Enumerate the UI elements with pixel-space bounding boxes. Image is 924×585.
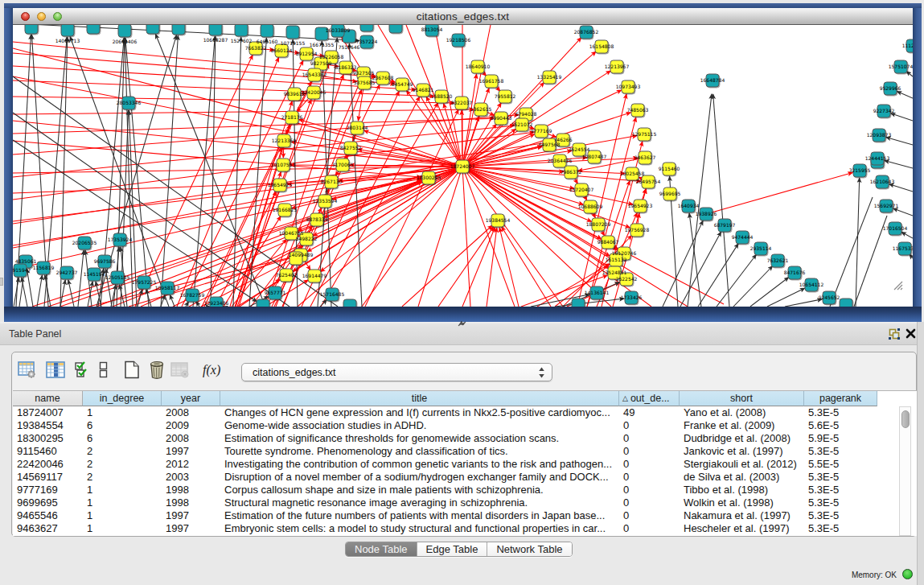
graph-edge[interactable] <box>785 299 822 307</box>
table-vertical-scrollbar[interactable] <box>899 406 911 536</box>
graph-edge[interactable] <box>856 178 860 307</box>
select-rows-icon[interactable] <box>75 360 88 379</box>
graph-node[interactable] <box>389 25 402 33</box>
column-header-name[interactable]: name <box>13 391 83 406</box>
graph-edge-directed[interactable] <box>462 167 625 174</box>
graph-node[interactable] <box>286 26 299 39</box>
column-header-short[interactable]: short <box>680 391 804 406</box>
graph-edge[interactable] <box>885 160 913 168</box>
graph-edge-directed[interactable] <box>462 74 477 167</box>
graph-node[interactable] <box>257 299 269 307</box>
column-header-year[interactable]: year <box>162 391 220 406</box>
graph-edge[interactable] <box>717 254 757 307</box>
graph-node[interactable] <box>572 299 585 307</box>
graph-node[interactable] <box>118 25 131 37</box>
table-row[interactable]: 969969511998Structural magnetic resonanc… <box>13 496 877 509</box>
graph-edge[interactable] <box>13 113 290 307</box>
graph-edge[interactable] <box>78 250 84 307</box>
graph-edge[interactable] <box>698 244 738 307</box>
graph-edge[interactable] <box>22 278 27 307</box>
cell-out_de: 49 <box>623 406 677 419</box>
memory-status-indicator[interactable] <box>902 569 913 579</box>
network-window-titlebar[interactable]: citations_edges.txt <box>13 8 913 25</box>
table-row[interactable]: 1872400712008Changes of HCN gene express… <box>13 406 877 419</box>
graph-edge-directed[interactable] <box>487 228 497 307</box>
graph-edge[interactable] <box>830 197 873 307</box>
graph-node[interactable] <box>87 25 100 34</box>
graph-node[interactable] <box>261 25 273 37</box>
graph-node[interactable] <box>360 25 373 31</box>
graph-edge[interactable] <box>680 232 721 307</box>
graph-edge[interactable] <box>320 299 327 307</box>
graph-edge[interactable] <box>663 220 703 307</box>
table-selector-dropdown[interactable]: citations_edges.txt <box>241 363 552 381</box>
column-header-in_degree[interactable]: in_degree <box>83 391 162 406</box>
graph-node[interactable] <box>146 25 159 34</box>
table-row[interactable]: 1938455462009Genome-wide association stu… <box>13 419 877 432</box>
resize-grip-icon[interactable] <box>893 280 903 290</box>
table-row[interactable]: 977716911998Corpus callosum shape and si… <box>13 484 877 496</box>
table-row[interactable]: 1830029562008Estimation of significance … <box>13 432 877 445</box>
graph-node[interactable] <box>235 25 248 36</box>
graph-edge-directed[interactable] <box>13 167 462 270</box>
network-view[interactable]: 1405571320691406106532871527602646616010… <box>13 25 913 307</box>
graph-edge[interactable] <box>889 184 913 192</box>
graph-edge-directed[interactable] <box>462 167 470 307</box>
graph-edge[interactable] <box>891 113 914 121</box>
graph-edge[interactable] <box>733 266 773 307</box>
graph-edge[interactable] <box>750 278 789 307</box>
function-builder-icon[interactable]: f(x) <box>203 363 220 377</box>
table-row[interactable]: 911546021997Tourette syndrome. Phenomeno… <box>13 445 877 458</box>
graph-edge[interactable] <box>906 72 913 76</box>
graph-edge-directed[interactable] <box>13 109 474 114</box>
graph-edge-directed[interactable] <box>13 115 519 154</box>
scrollbar-thumb[interactable] <box>901 410 910 428</box>
merge-rows-icon[interactable] <box>99 360 108 379</box>
table-row[interactable]: 946362711997Embryonic stem cells: a mode… <box>13 522 877 535</box>
table-row[interactable]: 946554611997Estimation of the future num… <box>13 509 877 522</box>
graph-edge[interactable] <box>186 302 189 307</box>
column-header-out_de[interactable]: △out_de... <box>619 391 680 406</box>
cell-short: Hescheler et al. (1997) <box>684 522 802 535</box>
graph-edge-directed[interactable] <box>13 97 454 103</box>
graph-edge[interactable] <box>88 282 92 307</box>
graph-edge[interactable] <box>713 94 729 307</box>
float-panel-icon[interactable] <box>889 328 900 340</box>
tab-node-table[interactable]: Node Table <box>346 542 417 556</box>
splitpane-nub[interactable] <box>0 278 3 286</box>
graph-edge-directed[interactable] <box>706 172 852 214</box>
graph-edge-directed[interactable] <box>462 227 495 307</box>
select-column-icon[interactable] <box>46 360 66 379</box>
graph-node[interactable] <box>343 299 356 307</box>
tab-edge-table[interactable]: Edge Table <box>417 542 487 556</box>
delete-table-icon[interactable] <box>149 360 165 379</box>
table-row[interactable]: 1456911722003Disruption of a novel membe… <box>13 471 877 484</box>
graph-edge-directed[interactable] <box>204 70 318 307</box>
graph-edge[interactable] <box>37 275 43 307</box>
graph-edge[interactable] <box>170 295 175 307</box>
graph-node[interactable] <box>840 299 852 307</box>
graph-edge[interactable] <box>901 232 913 238</box>
tab-network-table[interactable]: Network Table <box>487 542 571 556</box>
new-table-icon[interactable] <box>124 360 140 379</box>
graph-edge-directed[interactable] <box>462 167 641 181</box>
table-settings-icon[interactable] <box>18 360 36 379</box>
graph-edge[interactable] <box>138 290 142 307</box>
graph-node[interactable] <box>61 25 74 36</box>
graph-edge[interactable] <box>27 269 33 307</box>
column-header-pagerank[interactable]: pagerank <box>804 391 877 406</box>
graph-edge[interactable] <box>893 208 914 216</box>
table-row[interactable]: 2242004622012Investigating the contribut… <box>13 458 877 471</box>
graph-edge-directed[interactable] <box>462 129 516 167</box>
cell-name: 18724007 <box>17 406 80 419</box>
graph-edge[interactable] <box>886 138 913 146</box>
network-graph[interactable]: 1405571320691406106532871527602646616010… <box>13 25 913 307</box>
graph-edge[interactable] <box>897 92 913 99</box>
graph-node[interactable] <box>172 25 185 35</box>
column-header-title[interactable]: title <box>220 391 619 406</box>
graph-edge-directed[interactable] <box>177 57 279 307</box>
graph-node[interactable] <box>209 25 222 35</box>
graph-edge-directed[interactable] <box>462 167 515 307</box>
graph-node[interactable] <box>25 25 38 34</box>
close-panel-icon[interactable] <box>906 328 916 339</box>
